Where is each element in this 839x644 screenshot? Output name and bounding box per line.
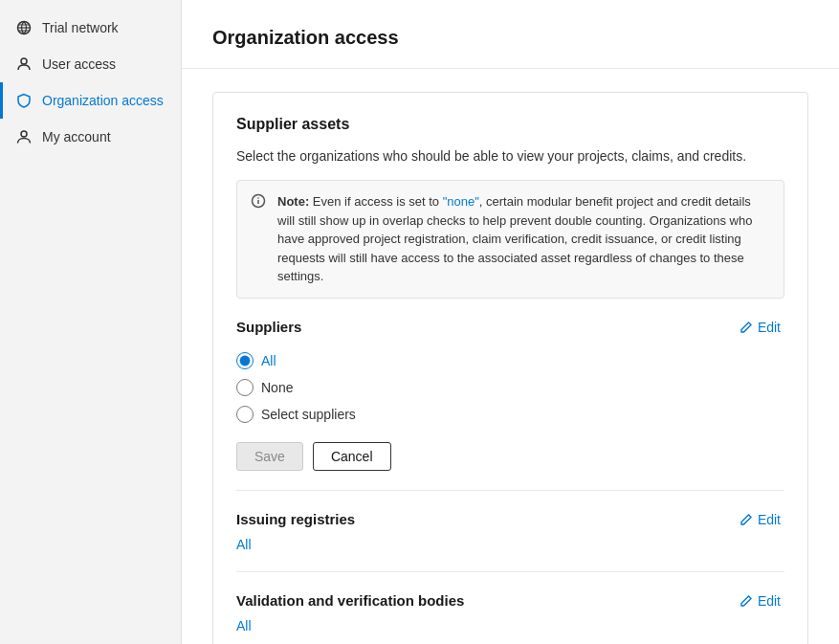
page-title: Organization access <box>212 27 808 49</box>
card-title: Supplier assets <box>236 116 784 133</box>
radio-group: All None Select suppliers <box>236 352 784 423</box>
suppliers-edit-button[interactable]: Edit <box>736 318 784 337</box>
radio-select-label: Select suppliers <box>261 407 356 422</box>
validation-bodies-edit-label: Edit <box>758 593 781 609</box>
validation-bodies-title: Validation and verification bodies <box>236 592 464 609</box>
radio-all-input[interactable] <box>236 352 254 369</box>
globe-icon <box>15 19 33 36</box>
issuing-registries-value: All <box>236 537 252 552</box>
note-bold: Note: <box>277 194 309 209</box>
suppliers-edit-label: Edit <box>758 320 781 335</box>
edit-pencil-icon-3 <box>740 594 753 608</box>
main-panel: Organization access Supplier assets Sele… <box>182 0 839 644</box>
edit-pencil-icon <box>740 321 753 334</box>
issuing-registries-title: Issuing registries <box>236 511 355 527</box>
cancel-button[interactable]: Cancel <box>313 442 391 471</box>
radio-select-suppliers[interactable]: Select suppliers <box>236 406 784 423</box>
svg-point-2 <box>21 131 27 137</box>
sidebar: Trial network User access Organization a… <box>0 0 182 644</box>
sidebar-item-my-account[interactable]: My account <box>0 119 181 155</box>
suppliers-label: Suppliers <box>236 319 301 335</box>
sidebar-item-user-access-label: User access <box>42 56 116 72</box>
validation-bodies-row: Validation and verification bodies Edit <box>236 591 784 611</box>
issuing-registries-section: Issuing registries Edit All <box>236 510 784 552</box>
radio-none[interactable]: None <box>236 379 784 396</box>
sidebar-item-my-account-label: My account <box>42 129 111 144</box>
validation-bodies-value: All <box>236 618 252 633</box>
radio-none-label: None <box>261 380 293 395</box>
person-icon <box>15 128 33 145</box>
issuing-registries-row: Issuing registries Edit <box>236 510 784 529</box>
radio-none-input[interactable] <box>236 379 254 396</box>
note-box: Note: Even if access is set to "none", c… <box>236 180 784 299</box>
validation-bodies-section: Validation and verification bodies Edit … <box>236 591 784 633</box>
issuing-registries-edit-button[interactable]: Edit <box>736 510 784 529</box>
radio-all-label: All <box>261 353 276 368</box>
shield-icon <box>15 92 33 109</box>
main-content: Supplier assets Select the organizations… <box>182 69 839 644</box>
sidebar-item-trial-network-label: Trial network <box>42 20 119 35</box>
note-none-text: "none" <box>443 194 479 209</box>
edit-pencil-icon-2 <box>740 513 753 526</box>
section-divider-2 <box>236 571 784 572</box>
sidebar-item-trial-network[interactable]: Trial network <box>0 10 181 46</box>
user-icon <box>15 56 33 73</box>
supplier-assets-card: Supplier assets Select the organizations… <box>212 92 808 644</box>
validation-bodies-edit-button[interactable]: Edit <box>736 591 784 611</box>
issuing-registries-edit-label: Edit <box>758 512 781 527</box>
note-text: Note: Even if access is set to "none", c… <box>277 192 770 286</box>
radio-all[interactable]: All <box>236 352 784 369</box>
sidebar-item-organization-access[interactable]: Organization access <box>0 82 181 119</box>
svg-point-1 <box>21 58 27 64</box>
action-buttons: Save Cancel <box>236 442 784 471</box>
section-divider-1 <box>236 490 784 491</box>
sidebar-item-organization-access-label: Organization access <box>42 93 164 108</box>
suppliers-section-row: Suppliers Edit <box>236 318 784 337</box>
svg-point-5 <box>257 197 259 199</box>
sidebar-item-user-access[interactable]: User access <box>0 46 181 82</box>
info-icon <box>251 192 268 210</box>
card-description: Select the organizations who should be a… <box>236 146 784 167</box>
radio-select-input[interactable] <box>236 406 254 423</box>
save-button[interactable]: Save <box>236 442 303 471</box>
main-header: Organization access <box>182 0 839 69</box>
